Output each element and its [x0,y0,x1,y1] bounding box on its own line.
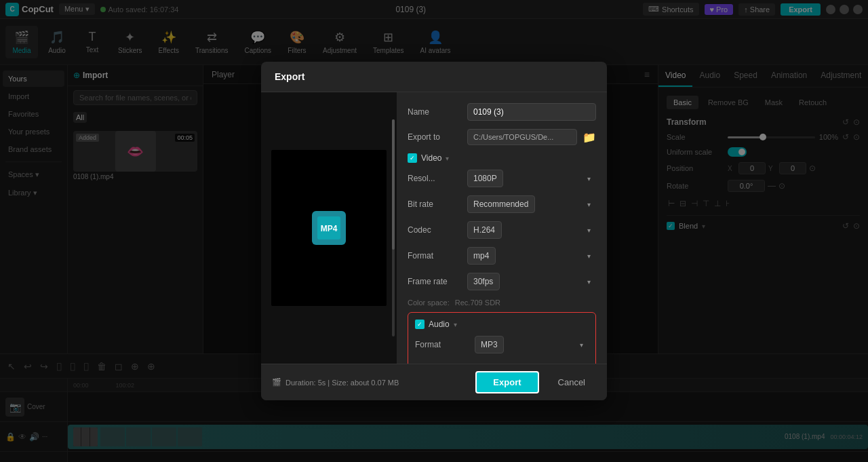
framerate-select[interactable]: 30fps 24fps 60fps [467,273,500,290]
svg-text:MP4: MP4 [321,224,338,233]
video-caret-icon: ▾ [446,155,449,162]
audio-caret-icon: ▾ [454,321,457,328]
format-select-wrap: mp4 mov [467,247,596,265]
export-to-label: Export to [408,132,462,142]
footer-duration: Duration: 5s | Size: about 0.07 MB [285,379,399,387]
color-space-value: Rec.709 SDR [455,299,500,307]
codec-select-wrap: H.264 H.265 [467,221,596,239]
modal-scrollbar-thumb [392,119,395,250]
export-to-row: Export to C:/Users/TOPGUS/De... 📁 [408,129,596,145]
name-label: Name [408,107,462,117]
color-space-row: Color space: Rec.709 SDR [408,299,596,307]
bitrate-label: Bit rate [408,199,462,209]
color-space-label: Color space: [408,299,450,307]
audio-section: ✓ Audio ▾ Format MP3 AAC [408,312,596,364]
bitrate-select[interactable]: Recommended Low High [467,195,535,213]
bitrate-select-wrap: Recommended Low High [467,195,596,213]
modal-title: Export [261,62,607,92]
codec-label: Codec [408,225,462,235]
resolution-row: Resol... 1080P 720P 480P [408,170,596,187]
framerate-row: Frame rate 30fps 24fps 60fps [408,273,596,290]
video-check[interactable]: ✓ [408,153,417,163]
modal-overlay: Export MP4 Name [0,0,868,462]
audio-toggle[interactable]: ✓ Audio ▾ [415,320,589,329]
video-toggle[interactable]: ✓ Video ▾ [408,153,596,163]
resolution-select[interactable]: 1080P 720P 480P [467,170,503,187]
preview-icon: MP4 [312,211,346,245]
export-path: C:/Users/TOPGUS/De... [467,129,577,145]
codec-row: Codec H.264 H.265 [408,221,596,239]
cancel-button[interactable]: Cancel [547,372,596,392]
name-input[interactable] [467,103,596,121]
framerate-select-wrap: 30fps 24fps 60fps [467,273,596,290]
duration-icon: 🎬 [272,378,281,387]
video-section: ✓ Video ▾ Resol... 1080P 720P 480P [408,153,596,307]
audio-format-row: Format MP3 AAC [415,336,589,353]
export-button[interactable]: Export [475,371,538,393]
codec-select[interactable]: H.264 H.265 [467,221,502,239]
framerate-label: Frame rate [408,277,462,286]
format-label: Format [408,251,462,261]
modal-footer: 🎬 Duration: 5s | Size: about 0.07 MB Exp… [261,364,607,400]
resolution-select-wrap: 1080P 720P 480P [467,170,596,187]
audio-check[interactable]: ✓ [415,320,425,329]
modal-preview: MP4 [261,92,397,364]
modal-body: MP4 Name Export to C:/Users/TOPGUS [261,92,607,364]
video-section-label: Video [421,153,441,163]
modal-scrollbar[interactable] [392,119,395,336]
folder-button[interactable]: 📁 [583,131,596,144]
audio-format-label: Format [415,340,469,349]
footer-info: 🎬 Duration: 5s | Size: about 0.07 MB [272,378,399,387]
modal-preview-inner: MP4 [271,150,387,306]
format-row: Format mp4 mov [408,247,596,265]
audio-section-label: Audio [429,320,450,329]
modal-form: Name Export to C:/Users/TOPGUS/De... 📁 ✓… [397,92,607,364]
bitrate-row: Bit rate Recommended Low High [408,195,596,213]
export-modal: Export MP4 Name [261,62,607,400]
format-select[interactable]: mp4 mov [467,247,496,265]
name-row: Name [408,103,596,121]
resolution-label: Resol... [408,174,462,183]
audio-format-select[interactable]: MP3 AAC [475,336,504,353]
audio-format-select-wrap: MP3 AAC [475,336,589,353]
